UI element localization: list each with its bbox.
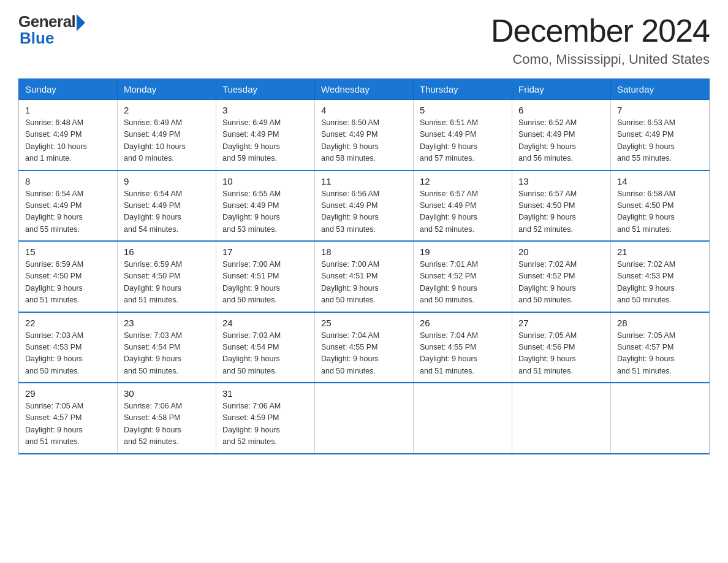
- day-info: Sunrise: 7:06 AM Sunset: 4:58 PM Dayligh…: [124, 400, 210, 448]
- calendar-cell: 22Sunrise: 7:03 AM Sunset: 4:53 PM Dayli…: [19, 312, 118, 383]
- day-info: Sunrise: 7:03 AM Sunset: 4:54 PM Dayligh…: [124, 330, 210, 378]
- day-info: Sunrise: 7:04 AM Sunset: 4:55 PM Dayligh…: [321, 330, 407, 378]
- day-info: Sunrise: 6:59 AM Sunset: 4:50 PM Dayligh…: [25, 259, 111, 307]
- day-number: 8: [25, 176, 111, 186]
- day-number: 30: [124, 388, 210, 399]
- day-info: Sunrise: 6:48 AM Sunset: 4:49 PM Dayligh…: [25, 117, 111, 165]
- calendar-cell: 17Sunrise: 7:00 AM Sunset: 4:51 PM Dayli…: [216, 241, 315, 312]
- day-number: 18: [321, 247, 407, 257]
- day-number: 17: [222, 247, 308, 257]
- day-number: 15: [25, 247, 111, 257]
- calendar-cell: 20Sunrise: 7:02 AM Sunset: 4:52 PM Dayli…: [512, 241, 611, 312]
- weekday-header-wednesday: Wednesday: [315, 79, 414, 100]
- calendar-week-row: 1Sunrise: 6:48 AM Sunset: 4:49 PM Daylig…: [19, 100, 710, 170]
- day-number: 31: [222, 388, 308, 399]
- calendar-cell: 18Sunrise: 7:00 AM Sunset: 4:51 PM Dayli…: [315, 241, 414, 312]
- day-number: 24: [222, 318, 308, 328]
- day-info: Sunrise: 7:05 AM Sunset: 4:56 PM Dayligh…: [518, 330, 604, 378]
- calendar-cell: [414, 383, 512, 454]
- day-info: Sunrise: 6:57 AM Sunset: 4:49 PM Dayligh…: [420, 188, 506, 236]
- calendar-cell: 19Sunrise: 7:01 AM Sunset: 4:52 PM Dayli…: [414, 241, 512, 312]
- calendar-cell: 1Sunrise: 6:48 AM Sunset: 4:49 PM Daylig…: [19, 100, 118, 170]
- calendar-cell: 16Sunrise: 6:59 AM Sunset: 4:50 PM Dayli…: [118, 241, 216, 312]
- day-info: Sunrise: 6:52 AM Sunset: 4:49 PM Dayligh…: [518, 117, 604, 165]
- day-info: Sunrise: 7:03 AM Sunset: 4:53 PM Dayligh…: [25, 330, 111, 378]
- calendar-cell: 10Sunrise: 6:55 AM Sunset: 4:49 PM Dayli…: [216, 170, 315, 242]
- day-info: Sunrise: 7:02 AM Sunset: 4:52 PM Dayligh…: [518, 259, 604, 307]
- day-info: Sunrise: 6:53 AM Sunset: 4:49 PM Dayligh…: [617, 117, 703, 165]
- day-number: 2: [124, 105, 210, 115]
- calendar-week-row: 29Sunrise: 7:05 AM Sunset: 4:57 PM Dayli…: [19, 383, 710, 454]
- day-info: Sunrise: 7:05 AM Sunset: 4:57 PM Dayligh…: [617, 330, 703, 378]
- day-info: Sunrise: 6:49 AM Sunset: 4:49 PM Dayligh…: [222, 117, 308, 165]
- calendar-cell: 12Sunrise: 6:57 AM Sunset: 4:49 PM Dayli…: [414, 170, 512, 242]
- calendar-cell: 6Sunrise: 6:52 AM Sunset: 4:49 PM Daylig…: [512, 100, 611, 170]
- day-info: Sunrise: 7:04 AM Sunset: 4:55 PM Dayligh…: [420, 330, 506, 378]
- calendar-cell: 29Sunrise: 7:05 AM Sunset: 4:57 PM Dayli…: [19, 383, 118, 454]
- day-number: 5: [420, 105, 506, 115]
- weekday-header-row: SundayMondayTuesdayWednesdayThursdayFrid…: [19, 79, 710, 100]
- day-number: 4: [321, 105, 407, 115]
- day-info: Sunrise: 6:57 AM Sunset: 4:50 PM Dayligh…: [518, 188, 604, 236]
- day-number: 9: [124, 176, 210, 186]
- day-info: Sunrise: 6:54 AM Sunset: 4:49 PM Dayligh…: [25, 188, 111, 236]
- day-number: 10: [222, 176, 308, 186]
- day-info: Sunrise: 7:01 AM Sunset: 4:52 PM Dayligh…: [420, 259, 506, 307]
- calendar-cell: 9Sunrise: 6:54 AM Sunset: 4:49 PM Daylig…: [118, 170, 216, 242]
- day-info: Sunrise: 7:05 AM Sunset: 4:57 PM Dayligh…: [25, 400, 111, 448]
- weekday-header-monday: Monday: [118, 79, 216, 100]
- calendar-cell: [512, 383, 611, 454]
- day-number: 27: [518, 318, 604, 328]
- calendar-cell: 14Sunrise: 6:58 AM Sunset: 4:50 PM Dayli…: [611, 170, 710, 242]
- day-number: 21: [617, 247, 703, 257]
- day-number: 6: [518, 105, 604, 115]
- calendar-cell: 15Sunrise: 6:59 AM Sunset: 4:50 PM Dayli…: [19, 241, 118, 312]
- day-number: 26: [420, 318, 506, 328]
- calendar-cell: 24Sunrise: 7:03 AM Sunset: 4:54 PM Dayli…: [216, 312, 315, 383]
- day-info: Sunrise: 7:00 AM Sunset: 4:51 PM Dayligh…: [321, 259, 407, 307]
- day-info: Sunrise: 7:06 AM Sunset: 4:59 PM Dayligh…: [222, 400, 308, 448]
- day-info: Sunrise: 6:58 AM Sunset: 4:50 PM Dayligh…: [617, 188, 703, 236]
- calendar-cell: [611, 383, 710, 454]
- day-number: 13: [518, 176, 604, 186]
- day-info: Sunrise: 6:51 AM Sunset: 4:49 PM Dayligh…: [420, 117, 506, 165]
- day-number: 1: [25, 105, 111, 115]
- day-info: Sunrise: 6:49 AM Sunset: 4:49 PM Dayligh…: [124, 117, 210, 165]
- day-number: 16: [124, 247, 210, 257]
- day-number: 7: [617, 105, 703, 115]
- weekday-header-sunday: Sunday: [19, 79, 118, 100]
- weekday-header-tuesday: Tuesday: [216, 79, 315, 100]
- calendar-table: SundayMondayTuesdayWednesdayThursdayFrid…: [18, 79, 710, 454]
- day-number: 12: [420, 176, 506, 186]
- day-number: 25: [321, 318, 407, 328]
- day-info: Sunrise: 7:02 AM Sunset: 4:53 PM Dayligh…: [617, 259, 703, 307]
- day-number: 29: [25, 388, 111, 399]
- day-number: 14: [617, 176, 703, 186]
- weekday-header-thursday: Thursday: [414, 79, 512, 100]
- day-number: 11: [321, 176, 407, 186]
- calendar-cell: 25Sunrise: 7:04 AM Sunset: 4:55 PM Dayli…: [315, 312, 414, 383]
- day-info: Sunrise: 6:55 AM Sunset: 4:49 PM Dayligh…: [222, 188, 308, 236]
- day-number: 23: [124, 318, 210, 328]
- day-number: 3: [222, 105, 308, 115]
- weekday-header-saturday: Saturday: [611, 79, 710, 100]
- calendar-cell: 28Sunrise: 7:05 AM Sunset: 4:57 PM Dayli…: [611, 312, 710, 383]
- calendar-cell: 13Sunrise: 6:57 AM Sunset: 4:50 PM Dayli…: [512, 170, 611, 242]
- calendar-cell: 21Sunrise: 7:02 AM Sunset: 4:53 PM Dayli…: [611, 241, 710, 312]
- weekday-header-friday: Friday: [512, 79, 611, 100]
- day-number: 28: [617, 318, 703, 328]
- calendar-week-row: 8Sunrise: 6:54 AM Sunset: 4:49 PM Daylig…: [19, 170, 710, 242]
- calendar-cell: 5Sunrise: 6:51 AM Sunset: 4:49 PM Daylig…: [414, 100, 512, 170]
- calendar-cell: 7Sunrise: 6:53 AM Sunset: 4:49 PM Daylig…: [611, 100, 710, 170]
- page-header: General Blue December 2024 Como, Mississ…: [18, 12, 710, 67]
- calendar-week-row: 22Sunrise: 7:03 AM Sunset: 4:53 PM Dayli…: [19, 312, 710, 383]
- day-info: Sunrise: 6:59 AM Sunset: 4:50 PM Dayligh…: [124, 259, 210, 307]
- logo-blue-text: Blue: [20, 29, 54, 48]
- day-info: Sunrise: 7:00 AM Sunset: 4:51 PM Dayligh…: [222, 259, 308, 307]
- logo-triangle-icon: [77, 14, 85, 31]
- calendar-cell: 8Sunrise: 6:54 AM Sunset: 4:49 PM Daylig…: [19, 170, 118, 242]
- calendar-week-row: 15Sunrise: 6:59 AM Sunset: 4:50 PM Dayli…: [19, 241, 710, 312]
- day-number: 22: [25, 318, 111, 328]
- calendar-cell: 30Sunrise: 7:06 AM Sunset: 4:58 PM Dayli…: [118, 383, 216, 454]
- calendar-cell: 3Sunrise: 6:49 AM Sunset: 4:49 PM Daylig…: [216, 100, 315, 170]
